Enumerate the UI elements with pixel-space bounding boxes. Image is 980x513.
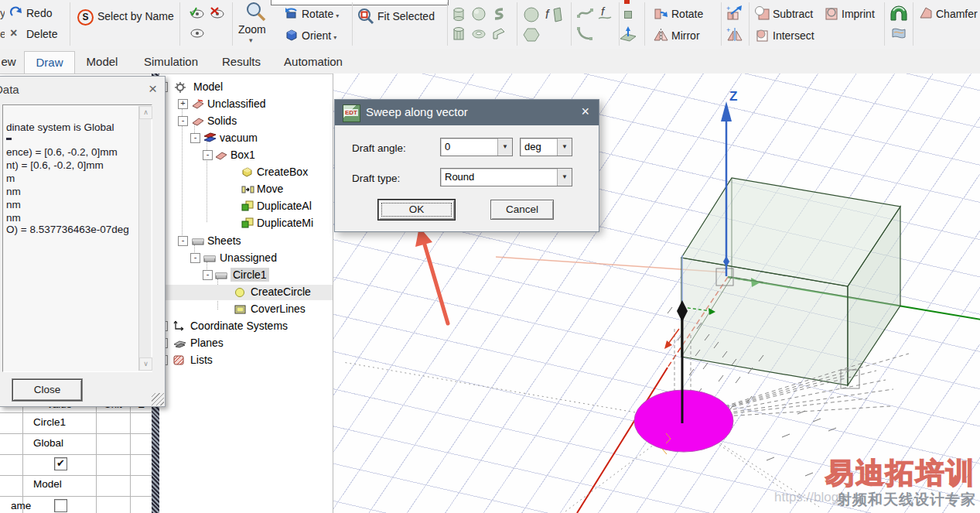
imprint-button[interactable]: Imprint — [842, 8, 875, 20]
regular-polyhedron-tool-icon[interactable] — [451, 26, 466, 42]
close-button[interactable]: Close — [12, 379, 82, 401]
svg-text:+: + — [726, 5, 730, 12]
tab-simulation[interactable]: Simulation — [133, 51, 209, 73]
delete-button[interactable]: Delete — [26, 28, 57, 40]
rotate-operation-button[interactable]: Rotate — [671, 8, 703, 20]
sphere-tool-icon[interactable] — [471, 6, 487, 22]
tree-item-vacuum[interactable]: vacuum — [220, 131, 258, 145]
tree-item-duplicatemirror[interactable]: DuplicateMi — [257, 216, 331, 230]
table-cell-name-value[interactable]: Circle1 — [33, 416, 66, 428]
scroll-up-icon[interactable]: ∧ — [139, 106, 152, 119]
cut-point-tool-icon[interactable] — [624, 0, 630, 4]
model-icon — [175, 81, 187, 92]
fit-selected-button[interactable]: Fit Selected — [377, 10, 435, 22]
wireframe-checkbox-unchecked[interactable] — [54, 499, 67, 512]
tab-results[interactable]: Results — [213, 51, 269, 73]
tree-item-solids[interactable]: Solids — [207, 114, 237, 128]
collapse-icon[interactable]: - — [190, 133, 200, 143]
mirror-button[interactable]: Mirror — [671, 29, 700, 42]
duplicate-along-line-icon[interactable]: + — [726, 5, 743, 20]
tree-item-planes[interactable]: Planes — [190, 336, 224, 350]
helix-tool-icon[interactable] — [491, 6, 507, 22]
intersect-button[interactable]: Intersect — [773, 29, 814, 42]
draft-type-combobox[interactable]: Round ▼ — [440, 168, 572, 186]
sweep-path-tool-icon[interactable] — [491, 26, 507, 42]
plane-tool-icon[interactable] — [619, 26, 637, 42]
chamfer-button[interactable]: Chamfer — [936, 8, 980, 20]
tab-view[interactable]: ew — [0, 51, 17, 73]
tree-item-coordinate-systems[interactable]: Coordinate Systems — [190, 319, 288, 333]
tree-item-coverlines[interactable]: CoverLines — [251, 302, 306, 316]
collapse-icon[interactable]: - — [203, 270, 213, 280]
ribbon-separator — [70, 2, 70, 46]
tree-item-box1[interactable]: Box1 — [230, 148, 255, 162]
surface-page-icon[interactable] — [891, 26, 907, 40]
cylinder-tool-icon[interactable] — [451, 6, 466, 22]
draft-angle-combobox[interactable]: 0 ▼ — [440, 138, 513, 156]
dropdown-arrow-icon[interactable]: ▼ — [497, 139, 512, 156]
dialog-titlebar[interactable]: EDT Sweep along vector × — [335, 100, 599, 125]
cancel-button[interactable]: Cancel — [490, 200, 554, 220]
orient-button[interactable]: Orient▾ — [302, 29, 336, 42]
tab-draw[interactable]: Draw — [24, 51, 75, 74]
zoom-dropdown-icon[interactable]: ▾ — [249, 36, 253, 44]
tab-model[interactable]: Model — [77, 51, 127, 73]
show-all-icon[interactable] — [189, 27, 206, 39]
equation-surface-tool-icon[interactable]: f — [545, 6, 565, 23]
rotate-view-button[interactable]: Rotate▾ — [302, 8, 339, 20]
torus-tool-icon[interactable] — [471, 28, 487, 40]
duplicate-mirror-icon[interactable]: + — [726, 26, 743, 42]
redo-icon — [9, 6, 23, 19]
scrollbar[interactable]: ∧ ∨ — [138, 106, 151, 371]
cut-combobox[interactable] — [271, 0, 449, 5]
collapse-icon[interactable]: - — [203, 150, 213, 160]
redo-button[interactable]: Redo — [26, 7, 52, 19]
ribbon-separator — [571, 2, 572, 46]
chamfer-icon — [919, 6, 934, 19]
spline-tool-icon[interactable] — [576, 6, 595, 20]
show-selection-icon[interactable] — [189, 7, 206, 19]
table-cell-orientation-value[interactable]: Global — [33, 437, 63, 449]
tree-item-lists[interactable]: Lists — [190, 353, 213, 367]
circle1-sheet-selected[interactable] — [634, 390, 733, 452]
table-cell-group-value[interactable]: Model — [33, 478, 62, 490]
subtract-button[interactable]: Subtract — [773, 8, 813, 20]
box1-solid[interactable] — [681, 178, 900, 385]
collapse-icon[interactable]: - — [178, 236, 188, 246]
tree-item-createcircle[interactable]: CreateCircle — [251, 285, 333, 299]
tree-item-duplicatealongline[interactable]: DuplicateAl — [257, 199, 331, 213]
hide-selection-icon[interactable] — [209, 7, 226, 19]
panel-close-icon[interactable]: × — [149, 80, 157, 97]
collapse-icon[interactable]: - — [190, 253, 200, 263]
tree-item-move[interactable]: Move — [257, 182, 283, 196]
tree-item-createbox[interactable]: CreateBox — [257, 165, 308, 179]
arc-tool-icon[interactable] — [576, 26, 593, 42]
model-checkbox-checked[interactable]: ✔ — [54, 457, 67, 470]
circle-tool-icon[interactable] — [523, 6, 540, 23]
polygon-tool-icon[interactable] — [523, 26, 540, 43]
tree-item-unclassified[interactable]: Unclassified — [207, 97, 265, 111]
data-line: dinate system is Global — [6, 121, 114, 133]
expand-icon[interactable]: + — [178, 99, 188, 109]
zoom-button[interactable]: Zoom — [238, 23, 266, 36]
select-by-name-button[interactable]: Select by Name — [97, 10, 174, 22]
equation-curve-tool-icon[interactable]: f — [597, 5, 613, 22]
tree-item-unassigned[interactable]: Unassigned — [220, 251, 277, 265]
fit-selected-icon — [357, 8, 374, 25]
draft-angle-unit-combobox[interactable]: deg ▼ — [520, 138, 572, 156]
tab-automation[interactable]: Automation — [275, 51, 351, 73]
collapse-icon[interactable]: - — [178, 116, 188, 126]
point-tool-icon[interactable] — [624, 11, 632, 19]
ok-button[interactable]: OK — [378, 200, 455, 220]
wrap-sheet-icon[interactable] — [889, 3, 909, 23]
data-line: nm — [6, 212, 21, 224]
tree-item-sheets[interactable]: Sheets — [207, 234, 241, 248]
sheet-icon — [215, 269, 227, 280]
scroll-down-icon[interactable]: ∨ — [139, 357, 152, 371]
tree-item-model[interactable]: Model — [193, 80, 223, 94]
dropdown-arrow-icon[interactable]: ▼ — [557, 169, 572, 186]
dialog-close-icon[interactable]: × — [581, 104, 589, 120]
dropdown-arrow-icon[interactable]: ▼ — [557, 139, 572, 156]
tree-item-circle1-selected[interactable]: Circle1 — [230, 268, 269, 282]
resize-grip[interactable] — [152, 393, 164, 405]
